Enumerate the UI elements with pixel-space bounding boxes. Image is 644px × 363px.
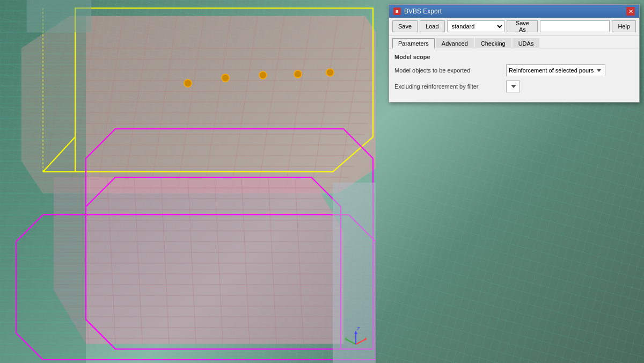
dialog-title: BVBS Export	[404, 8, 442, 15]
dialog-toolbar: Save Load standard Save As Help	[389, 18, 639, 35]
form-row-excluding-reinforcement: Excluding reinforcement by filter	[394, 81, 634, 92]
svg-text:Z: Z	[357, 326, 360, 331]
dialog-app-icon: B	[393, 8, 401, 15]
help-button[interactable]: Help	[612, 20, 636, 32]
svg-point-99	[259, 71, 267, 79]
preset-name-input[interactable]	[540, 20, 610, 32]
3d-model-svg	[0, 0, 376, 363]
load-button[interactable]: Load	[420, 20, 444, 32]
tab-checking[interactable]: Checking	[475, 38, 511, 48]
save-as-button[interactable]: Save As	[507, 20, 538, 32]
tab-parameters[interactable]: Parameters	[392, 38, 435, 48]
dialog-titlebar: B BVBS Export ✕	[389, 5, 639, 18]
svg-point-101	[326, 69, 334, 76]
select-filter[interactable]	[506, 81, 520, 92]
label-excluding-reinforcement: Excluding reinforcement by filter	[394, 83, 502, 90]
section-model-scope: Model scope	[394, 54, 634, 60]
axis-indicator: Z	[341, 325, 370, 355]
bvbs-export-dialog: B BVBS Export ✕ Save Load standard Save …	[389, 4, 640, 103]
save-button[interactable]: Save	[392, 20, 418, 32]
select-wrapper-model-objects: Reinforcement of selected pours All rein…	[506, 64, 634, 76]
tab-udas[interactable]: UDAs	[513, 38, 540, 48]
select-model-objects[interactable]: Reinforcement of selected pours All rein…	[506, 64, 605, 76]
titlebar-left: B BVBS Export	[393, 8, 442, 15]
dialog-tabs: Parameters Advanced Checking UDAs	[389, 35, 639, 48]
label-model-objects: Model objects to be exported	[394, 67, 502, 74]
select-wrapper-filter	[506, 81, 634, 92]
svg-point-100	[294, 70, 302, 78]
tab-advanced[interactable]: Advanced	[436, 38, 474, 48]
dialog-close-button[interactable]: ✕	[626, 7, 635, 16]
svg-point-97	[184, 79, 192, 87]
svg-point-98	[222, 74, 229, 82]
dialog-content: Model scope Model objects to be exported…	[389, 48, 639, 102]
preset-select[interactable]: standard	[447, 20, 505, 32]
form-row-model-objects: Model objects to be exported Reinforceme…	[394, 64, 634, 76]
svg-marker-31	[54, 177, 343, 344]
